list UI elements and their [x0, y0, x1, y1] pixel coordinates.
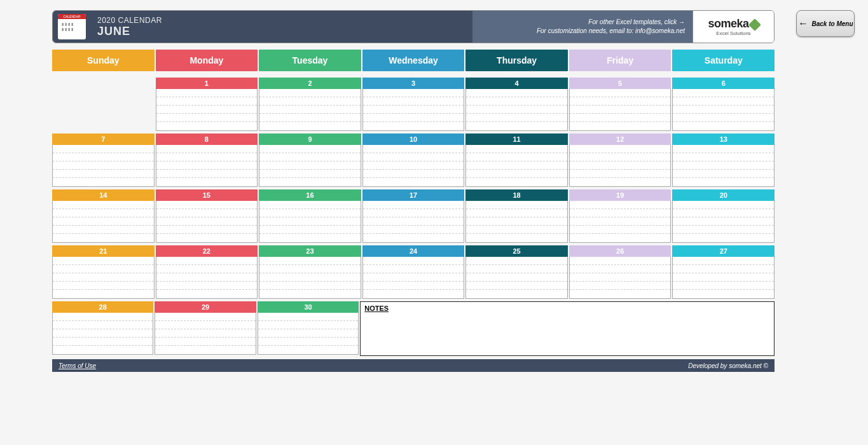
day-number: 16	[259, 189, 361, 201]
day-body[interactable]	[259, 145, 361, 187]
customization-text: For customization needs, email to: info@…	[537, 27, 685, 36]
header-info: For other Excel templates, click → For c…	[472, 11, 692, 43]
month-label: JUNE	[97, 25, 162, 38]
day-number: 15	[156, 189, 258, 201]
weekday-header-thursday: Thursday	[465, 50, 568, 71]
weekday-header-friday: Friday	[569, 50, 672, 71]
day-body[interactable]	[569, 145, 672, 187]
day-body[interactable]	[672, 89, 775, 131]
footer-credit: Developed by someka.net ©	[688, 362, 768, 369]
day-cell-29[interactable]: 29	[155, 301, 256, 356]
day-cell-20[interactable]: 20	[672, 189, 775, 243]
day-body[interactable]	[672, 145, 775, 187]
notes-box[interactable]: NOTES	[360, 301, 775, 356]
day-body[interactable]	[362, 145, 465, 187]
day-body[interactable]	[569, 89, 672, 131]
day-number: 25	[465, 245, 568, 257]
day-body[interactable]	[259, 89, 361, 131]
terms-link[interactable]: Terms of Use	[59, 362, 96, 369]
day-cell-7[interactable]: 7	[52, 134, 155, 187]
day-cell-13[interactable]: 13	[672, 134, 775, 187]
day-cell-1[interactable]: 1	[156, 78, 258, 131]
day-cell-19[interactable]: 19	[569, 189, 672, 243]
day-number: 10	[362, 134, 465, 145]
logo-accent-icon	[748, 18, 761, 31]
day-body[interactable]	[362, 257, 465, 299]
back-button-label: Back to Menu	[811, 20, 853, 27]
day-cell-22[interactable]: 22	[156, 245, 258, 299]
day-number: 27	[672, 245, 775, 257]
day-body[interactable]	[465, 145, 568, 187]
day-body[interactable]	[52, 145, 155, 187]
day-body[interactable]	[156, 89, 258, 131]
day-cell-14[interactable]: 14	[52, 189, 155, 243]
day-cell-15[interactable]: 15	[156, 189, 258, 243]
day-number: 17	[362, 189, 465, 201]
day-body[interactable]	[569, 257, 672, 299]
back-to-menu-button[interactable]: ← Back to Menu	[796, 10, 855, 37]
day-cell-12[interactable]: 12	[569, 134, 672, 187]
day-cell-25[interactable]: 25	[465, 245, 568, 299]
day-body[interactable]	[672, 257, 775, 299]
day-body[interactable]	[362, 201, 465, 243]
day-cell-21[interactable]: 21	[52, 245, 155, 299]
day-cell-8[interactable]: 8	[156, 134, 258, 187]
day-cell-3[interactable]: 3	[362, 78, 465, 131]
day-body[interactable]	[465, 201, 568, 243]
footer: Terms of Use Developed by someka.net ©	[52, 359, 775, 372]
day-body[interactable]	[569, 201, 672, 243]
day-body[interactable]	[258, 313, 359, 355]
day-cell-16[interactable]: 16	[259, 189, 361, 243]
calendar-icon	[58, 14, 86, 39]
day-body[interactable]	[156, 201, 258, 243]
weekday-header-monday: Monday	[156, 50, 258, 71]
day-cell-30[interactable]: 30	[258, 301, 359, 356]
day-cell-11[interactable]: 11	[465, 134, 568, 187]
day-cell-28[interactable]: 28	[52, 301, 153, 356]
day-body[interactable]	[259, 201, 361, 243]
day-cell-23[interactable]: 23	[259, 245, 361, 299]
day-number: 28	[52, 301, 153, 313]
day-number: 13	[672, 134, 775, 145]
day-number: 20	[672, 189, 775, 201]
day-body[interactable]	[259, 257, 361, 299]
day-number: 12	[569, 134, 672, 145]
day-number: 7	[52, 134, 155, 145]
day-body[interactable]	[155, 313, 256, 355]
day-cell-26[interactable]: 26	[569, 245, 672, 299]
day-cell-9[interactable]: 9	[259, 134, 361, 187]
logo-block[interactable]: someka Excel Solutions	[692, 11, 774, 43]
day-cell-2[interactable]: 2	[259, 78, 361, 131]
day-number: 29	[155, 301, 256, 313]
calendar-header: 2020 CALENDAR JUNE For other Excel templ…	[52, 10, 775, 43]
empty-cell	[52, 78, 155, 131]
day-body[interactable]	[672, 201, 775, 243]
day-cell-17[interactable]: 17	[362, 189, 465, 243]
day-cell-4[interactable]: 4	[465, 78, 568, 131]
year-label: 2020 CALENDAR	[97, 16, 162, 25]
day-body[interactable]	[156, 145, 258, 187]
day-number: 5	[569, 78, 672, 89]
weekday-header-saturday: Saturday	[672, 50, 775, 71]
day-body[interactable]	[52, 257, 155, 299]
notes-label: NOTES	[364, 305, 770, 312]
day-cell-27[interactable]: 27	[672, 245, 775, 299]
calendar-grid: 1234567891011121314151617181920212223242…	[52, 78, 775, 356]
day-cell-24[interactable]: 24	[362, 245, 465, 299]
day-body[interactable]	[465, 257, 568, 299]
day-body[interactable]	[156, 257, 258, 299]
day-cell-6[interactable]: 6	[672, 78, 775, 131]
templates-link-text[interactable]: For other Excel templates, click →	[588, 18, 685, 27]
day-body[interactable]	[52, 201, 155, 243]
day-number: 18	[465, 189, 568, 201]
weekday-header-tuesday: Tuesday	[259, 50, 361, 71]
day-body[interactable]	[362, 89, 465, 131]
day-cell-18[interactable]: 18	[465, 189, 568, 243]
day-number: 8	[156, 134, 258, 145]
day-cell-10[interactable]: 10	[362, 134, 465, 187]
weekday-headers: SundayMondayTuesdayWednesdayThursdayFrid…	[52, 50, 775, 71]
day-body[interactable]	[52, 313, 153, 355]
day-cell-5[interactable]: 5	[569, 78, 672, 131]
day-body[interactable]	[465, 89, 568, 131]
weekday-header-wednesday: Wednesday	[362, 50, 465, 71]
